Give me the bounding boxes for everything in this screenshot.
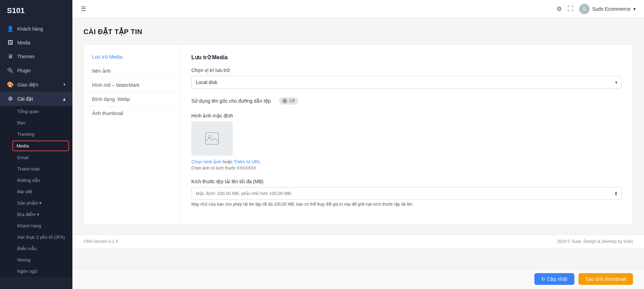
file-size-group: Kích thước tệp tải lên tối đa (MB) Máy c… xyxy=(191,179,622,207)
svg-rect-0 xyxy=(205,133,219,144)
toggle-circle xyxy=(282,99,287,103)
file-size-label: Kích thước tệp tải lên tối đa (MB) xyxy=(191,179,622,184)
sidebar-subitem-bai-viet[interactable]: Bài viết xyxy=(0,186,72,197)
storage-label: Chọn vị trí lưu trữ xyxy=(191,68,622,73)
chevron-down-icon: ▾ xyxy=(39,200,42,206)
sidebar-subitem-san-pham[interactable]: Sản phẩm ▾ xyxy=(0,197,72,209)
sidebar-subitem-bieu-mau[interactable]: Biểu mẫu xyxy=(0,243,72,254)
app-logo: S101 xyxy=(0,0,72,22)
sidebar-item-label: Media xyxy=(17,40,66,45)
file-size-input[interactable] xyxy=(191,187,622,200)
chevron-down-icon: ▾ xyxy=(63,82,66,87)
sidebar: S101 👤 Khách hàng 🖼 Media 🖥 Themes 🔌 Plu… xyxy=(0,0,72,289)
toggle-group: Sử dụng tên gốc cho đường dẫn tệp Off xyxy=(191,97,622,105)
sidebar-item-plugin[interactable]: 🔌 Plugin xyxy=(0,63,72,78)
topbar-left: ☰ xyxy=(81,5,86,13)
left-nav-item-hinh-mo[interactable]: Hình mờ – WaterMark xyxy=(84,78,180,92)
action-bar: ↻ Cập nhật Tạo ảnh thumbnail xyxy=(72,269,644,289)
sidebar-subitem-xac-thuc[interactable]: Xác thực 2 yếu tố (2FA) xyxy=(0,231,72,243)
sidebar-subitem-dia-diem[interactable]: Địa điểm ▾ xyxy=(0,209,72,220)
chevron-down-icon: ▾ xyxy=(37,212,39,217)
toggle-state: Off xyxy=(289,99,295,103)
image-placeholder[interactable] xyxy=(191,121,233,156)
cai-dat-submenu: Tổng quan Đọc Tracking Media Email Thanh… xyxy=(0,106,72,277)
sidebar-item-khach-hang[interactable]: 👤 Khách hàng xyxy=(0,22,72,36)
sidebar-item-label: Giao diện xyxy=(17,82,60,87)
file-size-wrapper xyxy=(191,187,622,200)
sidebar-subitem-nhung[interactable]: Nhúng xyxy=(0,254,72,266)
page-content: CÀI ĐẶT TẬP TIN Lưu trữ Media Nén ảnh Hì… xyxy=(72,18,644,269)
giao-dien-icon: 🎨 xyxy=(7,81,14,88)
sidebar-subitem-media[interactable]: Media xyxy=(12,141,69,151)
page-footer: CMS Version 0.1.4 2024 © Sudo. Design & … xyxy=(72,235,644,248)
main-wrapper: ☰ ⚙ ⛶ S Sudo Ecommerce ▾ CÀI ĐẶT TẬP TIN… xyxy=(72,0,644,289)
topbar-right: ⚙ ⛶ S Sudo Ecommerce ▾ xyxy=(556,4,636,14)
sidebar-item-themes[interactable]: 🖥 Themes xyxy=(0,50,72,63)
or-label: hoặc xyxy=(222,159,232,164)
left-nav-item-nen-anh[interactable]: Nén ảnh xyxy=(84,64,180,78)
add-url-link[interactable]: Thêm từ URL xyxy=(234,159,261,164)
plugin-icon: 🔌 xyxy=(7,67,14,74)
sidebar-subitem-khach-hang[interactable]: Khách hàng xyxy=(0,220,72,231)
avatar: S xyxy=(579,4,590,14)
thumbnail-button[interactable]: Tạo ảnh thumbnail xyxy=(578,273,633,285)
default-image-group: Hình ảnh mặc định Chọn hình ảnh hoặc xyxy=(191,113,622,171)
sidebar-subitem-ngon-ngu[interactable]: Ngôn ngữ xyxy=(0,266,72,277)
sidebar-item-label: Themes xyxy=(17,54,66,59)
settings-icon: ⚙ xyxy=(7,95,14,102)
left-nav-item-luu-tru-media[interactable]: Lưu trữ Media xyxy=(84,50,180,64)
chevron-up-icon: ▴ xyxy=(63,96,66,102)
left-nav: Lưu trữ Media Nén ảnh Hình mờ – WaterMar… xyxy=(84,44,180,225)
themes-icon: 🖥 xyxy=(7,53,14,60)
sidebar-subitem-tracking[interactable]: Tracking xyxy=(0,128,72,140)
toggle-label: Sử dụng tên gốc cho đường dẫn tệp xyxy=(191,98,271,104)
sidebar-item-label: Cài đặt xyxy=(17,96,60,102)
image-hint: Chọn ảnh có kích thước XXXXXXX xyxy=(191,166,622,171)
default-image-label: Hình ảnh mặc định xyxy=(191,113,622,118)
select-image-link[interactable]: Chọn hình ảnh xyxy=(191,159,221,164)
user-name: Sudo Ecommerce xyxy=(592,6,631,12)
sidebar-item-media[interactable]: 🖼 Media xyxy=(0,36,72,50)
topbar: ☰ ⚙ ⛶ S Sudo Ecommerce ▾ xyxy=(72,0,644,18)
file-size-help-text: Máy chủ của bạn cho phép tải lên tệp tối… xyxy=(191,202,622,207)
sidebar-subitem-duong-dan[interactable]: Đường dẫn xyxy=(0,175,72,186)
sidebar-item-cai-dat[interactable]: ⚙ Cài đặt ▴ xyxy=(0,92,72,106)
user-menu[interactable]: S Sudo Ecommerce ▾ xyxy=(579,4,636,14)
right-panel: Lưu trữ Media Chọn vị trí lưu trữ Local … xyxy=(180,44,633,225)
storage-select[interactable]: Local diskAmazon S3Google Cloud xyxy=(191,76,622,89)
sidebar-subitem-thanh-toan[interactable]: Thanh toán xyxy=(0,163,72,175)
copyright-text: 2024 © Sudo. Design & Develop by Sudo xyxy=(557,239,633,244)
fullscreen-icon[interactable]: ⛶ xyxy=(567,5,574,12)
storage-select-group: Chọn vị trí lưu trữ Local diskAmazon S3G… xyxy=(191,68,622,89)
storage-select-wrapper: Local diskAmazon S3Google Cloud xyxy=(191,76,622,89)
sidebar-subitem-doc[interactable]: Đọc xyxy=(0,117,72,128)
sidebar-item-label: Khách hàng xyxy=(17,26,66,32)
menu-icon[interactable]: ☰ xyxy=(81,5,86,13)
content-layout: Lưu trữ Media Nén ảnh Hình mờ – WaterMar… xyxy=(83,44,633,225)
settings-gear-icon[interactable]: ⚙ xyxy=(556,5,562,13)
left-nav-item-dinh-dang-webp[interactable]: Định dạng .Webp xyxy=(84,92,180,106)
image-links: Chọn hình ảnh hoặc Thêm từ URL xyxy=(191,159,622,164)
update-icon: ↻ xyxy=(541,276,547,282)
page-inner: CÀI ĐẶT TẬP TIN Lưu trữ Media Nén ảnh Hì… xyxy=(72,18,644,235)
user-icon: 👤 xyxy=(7,25,14,32)
section-title: Lưu trữ Media xyxy=(191,54,622,61)
user-chevron-icon: ▾ xyxy=(633,6,636,12)
sidebar-subitem-email[interactable]: Email xyxy=(0,152,72,163)
sidebar-subitem-tong-quan[interactable]: Tổng quan xyxy=(0,106,72,117)
sidebar-item-giao-dien[interactable]: 🎨 Giao diện ▾ xyxy=(0,78,72,92)
sidebar-item-label: Plugin xyxy=(17,68,66,73)
toggle-switch[interactable]: Off xyxy=(279,97,298,105)
cms-version: CMS Version 0.1.4 xyxy=(83,239,118,244)
media-icon: 🖼 xyxy=(7,40,14,46)
page-title: CÀI ĐẶT TẬP TIN xyxy=(83,28,633,36)
toggle-row: Sử dụng tên gốc cho đường dẫn tệp Off xyxy=(191,97,622,105)
left-nav-item-anh-thumbnail[interactable]: Ảnh thumbnail xyxy=(84,106,180,120)
update-button[interactable]: ↻ Cập nhật xyxy=(534,273,574,285)
